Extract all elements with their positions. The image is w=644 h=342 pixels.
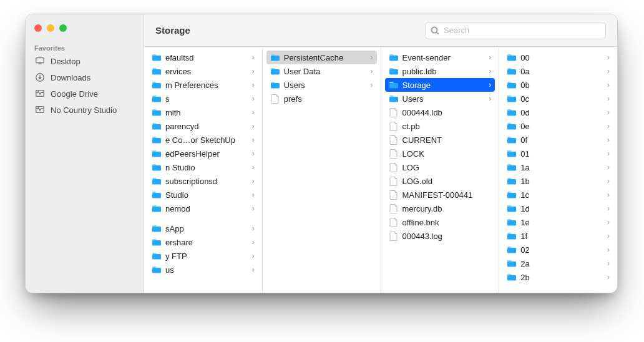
folder-icon: [152, 190, 162, 200]
chevron-right-icon: ›: [603, 122, 610, 130]
folder-icon: [152, 162, 162, 172]
folder-row[interactable]: PersistentCache›: [266, 51, 377, 64]
folder-row[interactable]: m Preferences›: [148, 78, 258, 92]
row-label: m Preferences: [165, 81, 245, 90]
chevron-right-icon: ›: [603, 190, 610, 199]
row-label: 000443.log: [402, 232, 482, 241]
folder-icon: [507, 190, 517, 200]
folder-row[interactable]: us›: [148, 263, 258, 276]
folder-row[interactable]: 0b›: [503, 78, 613, 92]
folder-row[interactable]: Studio›: [148, 188, 258, 202]
search-input[interactable]: [442, 25, 600, 36]
folder-icon: [152, 237, 162, 247]
folder-row[interactable]: 0a›: [503, 64, 613, 78]
chevron-right-icon: ›: [367, 53, 373, 62]
chevron-right-icon: ›: [603, 177, 610, 185]
window-title: Storage: [155, 25, 190, 36]
folder-icon: [152, 135, 162, 145]
file-icon: [389, 231, 399, 241]
finder-window: Favorites DesktopDownloadsGoogle DriveNo…: [25, 14, 618, 293]
row-label: 000444.ldb: [402, 108, 482, 117]
folder-row[interactable]: Users›: [266, 78, 377, 92]
folder-row[interactable]: 1b›: [503, 174, 613, 188]
row-label: efaultsd: [165, 53, 245, 62]
file-row[interactable]: 000444.ldb: [385, 105, 495, 119]
folder-row[interactable]: Users›: [385, 92, 495, 105]
file-row[interactable]: CURRENT: [385, 133, 495, 147]
file-row[interactable]: offline.bnk: [385, 215, 495, 229]
folder-row[interactable]: 2b›: [503, 270, 613, 284]
file-row[interactable]: MANIFEST-000441: [385, 188, 495, 202]
folder-icon: [507, 121, 517, 131]
file-row[interactable]: LOG: [385, 160, 495, 174]
folder-row[interactable]: Storage›: [385, 78, 495, 92]
folder-row[interactable]: mith›: [148, 105, 258, 119]
folder-row[interactable]: parencyd›: [148, 119, 258, 133]
folder-row[interactable]: 0e›: [503, 119, 613, 133]
chevron-right-icon: ›: [603, 273, 610, 281]
close-icon[interactable]: [34, 24, 42, 32]
folder-row[interactable]: 0d›: [503, 105, 613, 119]
folder-icon: [507, 245, 517, 255]
column-0[interactable]: efaultsd›ervices›m Preferences›s›mith›pa…: [144, 47, 263, 293]
folder-row[interactable]: nemod›: [148, 202, 258, 215]
column-2[interactable]: Event-sender›public.ldb›Storage›Users›00…: [381, 47, 500, 293]
sidebar-item-google-drive[interactable]: Google Drive: [26, 86, 144, 102]
folder-row[interactable]: 2a›: [503, 256, 613, 270]
row-label: us: [165, 265, 245, 275]
sidebar-item-no-country-studio[interactable]: No Country Studio: [26, 102, 144, 118]
file-row[interactable]: mercury.db: [385, 202, 495, 215]
folder-row[interactable]: 1d›: [503, 202, 613, 215]
chevron-right-icon: ›: [485, 53, 491, 62]
folder-icon: [152, 251, 162, 261]
folder-row[interactable]: 01›: [503, 147, 613, 160]
folder-row[interactable]: ervices›: [148, 64, 258, 78]
file-row[interactable]: ct.pb: [385, 119, 495, 133]
folder-row[interactable]: sApp›: [148, 222, 258, 235]
folder-row[interactable]: n Studio›: [148, 160, 258, 174]
file-icon: [389, 176, 399, 186]
search-field[interactable]: [425, 22, 606, 39]
folder-row[interactable]: 0c›: [503, 92, 613, 105]
folder-row[interactable]: 1e›: [503, 215, 613, 229]
folder-row[interactable]: Event-sender›: [385, 51, 495, 64]
chevron-right-icon: ›: [248, 163, 255, 172]
row-label: 0b: [520, 81, 600, 90]
file-icon: [389, 162, 399, 172]
folder-row[interactable]: 1c›: [503, 188, 613, 202]
file-row[interactable]: 000443.log: [385, 229, 495, 243]
folder-row[interactable]: ershare›: [148, 235, 258, 249]
zoom-icon[interactable]: [59, 24, 67, 32]
row-label: 02: [520, 245, 600, 255]
folder-row[interactable]: subscriptionsd›: [148, 174, 258, 188]
row-label: CURRENT: [402, 135, 482, 145]
chevron-right-icon: ›: [485, 67, 491, 76]
file-row[interactable]: LOG.old: [385, 174, 495, 188]
folder-row[interactable]: User Data›: [266, 64, 377, 78]
chevron-right-icon: ›: [248, 252, 255, 260]
sidebar-item-label: No Country Studio: [51, 105, 137, 115]
folder-row[interactable]: 0f›: [503, 133, 613, 147]
chevron-right-icon: ›: [248, 81, 255, 89]
file-row[interactable]: prefs: [266, 92, 377, 105]
folder-row[interactable]: e Co…or SketchUp›: [148, 133, 258, 147]
folder-row[interactable]: public.ldb›: [385, 64, 495, 78]
drive-icon: [34, 88, 46, 99]
folder-row[interactable]: 02›: [503, 243, 613, 256]
minimize-icon[interactable]: [47, 24, 54, 32]
folder-row[interactable]: 1a›: [503, 160, 613, 174]
sidebar-item-downloads[interactable]: Downloads: [26, 69, 144, 86]
folder-icon: [507, 258, 517, 268]
column-3[interactable]: 00›0a›0b›0c›0d›0e›0f›01›1a›1b›1c›1d›1e›1…: [499, 47, 617, 293]
folder-row[interactable]: 00›: [503, 51, 613, 64]
column-1[interactable]: PersistentCache›User Data›Users›prefs: [263, 47, 381, 293]
folder-row[interactable]: 1f›: [503, 229, 613, 243]
folder-row[interactable]: y FTP›: [148, 249, 258, 263]
chevron-right-icon: ›: [248, 190, 255, 199]
folder-row[interactable]: edPeersHelper›: [148, 147, 258, 160]
folder-row[interactable]: efaultsd›: [148, 51, 258, 64]
sidebar-item-desktop[interactable]: Desktop: [26, 53, 144, 69]
file-row[interactable]: LOCK: [385, 147, 495, 160]
folder-icon: [152, 121, 162, 131]
folder-row[interactable]: s›: [148, 92, 258, 105]
